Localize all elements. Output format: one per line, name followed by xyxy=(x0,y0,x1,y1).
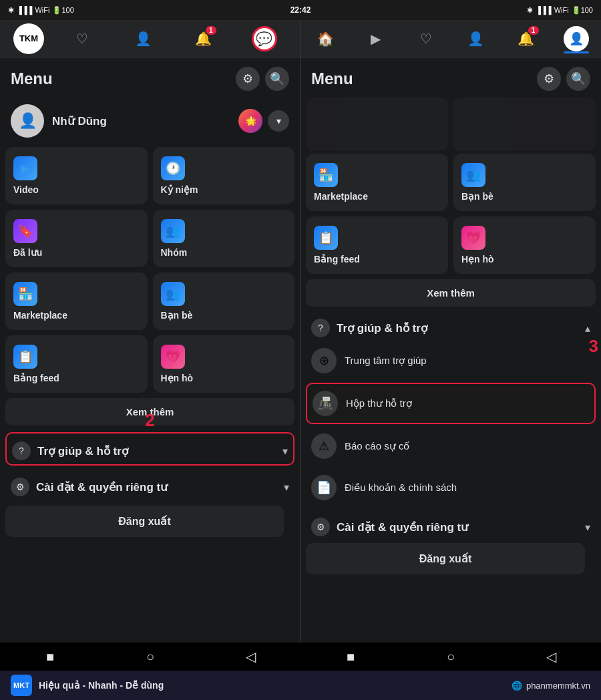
help-section-header-right[interactable]: ? Trợ giúp & hỗ trợ ▴ xyxy=(306,312,596,341)
status-bar-time: 22:42 xyxy=(290,5,311,15)
website-url: phanmemmkt.vn xyxy=(526,681,590,691)
user-story-badge[interactable]: 🌟 xyxy=(238,109,262,133)
settings-chevron-left: ▾ xyxy=(284,481,289,494)
left-settings-icon-btn[interactable]: ⚙ xyxy=(236,67,260,91)
bluetooth-icon-left: ✱ xyxy=(8,6,14,15)
left-heart-nav-btn[interactable]: ♡ xyxy=(69,26,95,51)
grid-item-nhom[interactable]: 👥 Nhóm xyxy=(153,210,295,267)
henho-label-right: Hẹn hò xyxy=(461,254,588,265)
status-bar-right: ✱ ▐▐▐ WiFi 🔋100 xyxy=(527,6,593,15)
main-content: Menu ⚙ 🔍 👤 Nhữ Dũng 🌟 ▾ ▶ Video xyxy=(0,57,601,643)
grid-item-bangfeed-left[interactable]: 📋 Bảng feed xyxy=(5,335,148,393)
left-bell-nav-btn[interactable]: 🔔 1 xyxy=(191,26,216,51)
right-search-icon-btn[interactable]: 🔍 xyxy=(566,67,590,91)
left-search-icon-btn[interactable]: 🔍 xyxy=(265,67,289,91)
left-panel: Menu ⚙ 🔍 👤 Nhữ Dũng 🌟 ▾ ▶ Video xyxy=(0,57,300,643)
wifi-icon-left: WiFi xyxy=(35,6,49,14)
user-row[interactable]: 👤 Nhữ Dũng 🌟 ▾ xyxy=(5,98,294,144)
bottom-banner: MKT Hiệu quả - Nhanh - Dễ dùng 🌐 phanmem… xyxy=(0,671,601,700)
android-circle-btn-left[interactable]: ○ xyxy=(138,645,162,669)
grid-item-video[interactable]: ▶ Video xyxy=(5,147,148,204)
right-bell-nav-btn[interactable]: 🔔 1 xyxy=(514,26,539,51)
xem-them-btn-left[interactable]: Xem thêm xyxy=(5,398,294,425)
right-grid-row-2: 📋 Bảng feed 💗 Hẹn hò xyxy=(306,216,596,274)
help-subitem-dieukoan[interactable]: 📄 Điều khoản & chính sách xyxy=(306,468,596,507)
right-nav-panel: 🏠 ▶ ♡ 👤 🔔 1 👤 xyxy=(300,20,601,57)
mkt-logo-text: MKT xyxy=(13,681,29,689)
android-back-btn-right[interactable]: ◁ xyxy=(539,645,563,669)
grid-row-2: 🔖 Đã lưu 👥 Nhóm xyxy=(5,210,294,267)
daluu-label: Đã lưu xyxy=(13,247,140,258)
grid-item-bangfeed-right[interactable]: 📋 Bảng feed xyxy=(306,216,448,274)
bangfeed-label-left: Bảng feed xyxy=(13,373,140,383)
right-home-nav-btn[interactable]: 🏠 xyxy=(313,26,339,51)
grid-item-daluu[interactable]: 🔖 Đã lưu xyxy=(5,210,148,267)
banner-website: 🌐 phanmemmkt.vn xyxy=(512,681,590,691)
nhom-icon: 👥 xyxy=(161,219,185,243)
help-title-left: Trợ giúp & hỗ trợ xyxy=(37,444,276,458)
baocao-icon: ⚠ xyxy=(311,433,337,459)
right-nav-icons: 🏠 ▶ ♡ 👤 🔔 1 👤 xyxy=(300,26,601,51)
xem-them-btn-right[interactable]: Xem thêm xyxy=(306,279,596,307)
help-section-header-left[interactable]: ? Trợ giúp & hỗ trợ ▾ xyxy=(7,433,293,464)
right-video-nav-btn[interactable]: ▶ xyxy=(363,26,389,51)
android-square-btn-right[interactable]: ■ xyxy=(339,645,363,669)
xem-them-container: Xem thêm 2 xyxy=(5,398,294,425)
android-back-btn-left[interactable]: ◁ xyxy=(238,645,262,669)
right-profile-nav-btn[interactable]: 👤 xyxy=(463,26,489,51)
grid-item-henho-left[interactable]: 💗 Hẹn hò xyxy=(153,335,295,393)
settings-title-left: Cài đặt & quyền riêng tư xyxy=(36,480,277,494)
hopthu-icon: 📠 xyxy=(313,391,338,416)
right-panel: Menu ⚙ 🔍 🏪 Marketplace 👥 Bạn bè xyxy=(300,57,601,643)
grid-item-banbe-left[interactable]: 👥 Bạn bè xyxy=(153,273,295,330)
marketplace-label-left: Marketplace xyxy=(13,310,140,321)
help-subitem-baocao[interactable]: ⚠ Báo cáo sự cố xyxy=(306,427,596,466)
bangfeed-icon-right: 📋 xyxy=(314,226,338,250)
bottom-banner-left: MKT Hiệu quả - Nhanh - Dễ dùng xyxy=(11,675,164,696)
dangxuat-btn-right[interactable]: Đăng xuất xyxy=(306,543,585,574)
left-nav-icons: ♡ 👤 🔔 1 💬 xyxy=(52,26,294,51)
dieukoan-icon: 📄 xyxy=(311,475,337,500)
video-label: Video xyxy=(13,184,140,195)
grid-item-banbe-right[interactable]: 👥 Bạn bè xyxy=(453,154,596,211)
daluu-icon: 🔖 xyxy=(13,219,37,243)
android-square-btn-left[interactable]: ■ xyxy=(38,645,62,669)
right-panel-scroll: 🏪 Marketplace 👥 Bạn bè 📋 Bảng feed 💗 Hẹn… xyxy=(300,98,601,643)
grid-row-4: 📋 Bảng feed 💗 Hẹn hò xyxy=(5,335,294,393)
help-chevron-right: ▴ xyxy=(585,322,590,335)
signal-icon-right: ▐▐▐ xyxy=(536,6,551,14)
grid-item-marketplace-left[interactable]: 🏪 Marketplace xyxy=(5,273,148,330)
status-bar: ✱ ▐▐▐ WiFi 🔋100 22:42 ✱ ▐▐▐ WiFi 🔋100 xyxy=(0,0,601,20)
android-nav-right: ■ ○ ◁ xyxy=(300,643,601,671)
left-messenger-nav-btn[interactable]: 💬 xyxy=(252,26,277,51)
right-avatar-nav-btn[interactable]: 👤 xyxy=(564,26,589,51)
help-title-right: Trợ giúp & hỗ trợ xyxy=(337,321,578,335)
right-settings-icon-btn[interactable]: ⚙ xyxy=(537,67,561,91)
grid-row-1: ▶ Video 🕐 Kỷ niệm xyxy=(5,147,294,204)
banbe-label-left: Bạn bè xyxy=(161,310,287,321)
help-subitem-trungtan[interactable]: ⊕ Trung tâm trợ giúp 3 xyxy=(306,341,596,380)
settings-section-left[interactable]: ⚙ Cài đặt & quyền riêng tư ▾ xyxy=(5,470,294,500)
marketplace-icon-right: 🏪 xyxy=(314,163,338,187)
grid-item-marketplace-right[interactable]: 🏪 Marketplace xyxy=(306,154,448,211)
user-chevron-btn[interactable]: ▾ xyxy=(268,110,289,132)
mkt-logo: MKT xyxy=(11,675,32,696)
baocao-label: Báo cáo sự cố xyxy=(345,440,409,452)
android-circle-btn-right[interactable]: ○ xyxy=(439,645,463,669)
right-panel-header: Menu ⚙ 🔍 xyxy=(300,57,601,98)
left-panel-header: Menu ⚙ 🔍 xyxy=(0,57,300,98)
grid-item-kyniem[interactable]: 🕐 Kỷ niệm xyxy=(153,147,295,204)
bell-badge-right: 1 xyxy=(528,26,539,35)
globe-icon: 🌐 xyxy=(512,681,522,691)
settings-section-right[interactable]: ⚙ Cài đặt & quyền riêng tư ▾ xyxy=(306,510,596,540)
user-avatar: 👤 xyxy=(11,104,44,138)
help-subitem-hopthuhostro[interactable]: 📠 Hộp thư hỗ trợ xyxy=(306,383,596,424)
right-heart-nav-btn[interactable]: ♡ xyxy=(413,26,439,51)
dangxuat-btn-left[interactable]: Đăng xuất xyxy=(5,506,284,537)
wifi-icon-right: WiFi xyxy=(554,6,569,14)
left-profile-nav-btn[interactable]: 👤 xyxy=(130,26,156,51)
grid-item-henho-right[interactable]: 💗 Hẹn hò xyxy=(453,216,596,274)
right-panel-title: Menu xyxy=(311,69,353,88)
banbe-icon-left: 👥 xyxy=(161,282,185,306)
settings-chevron-right: ▾ xyxy=(585,521,590,534)
